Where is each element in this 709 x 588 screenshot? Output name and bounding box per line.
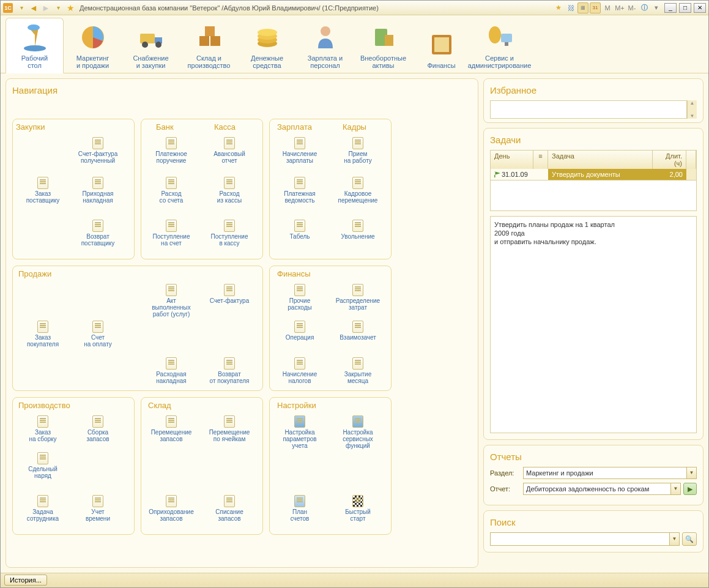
back-button[interactable]: ◄ xyxy=(28,2,39,13)
section-tabs: Рабочий стол Маркетинг и продажи Снабжен… xyxy=(1,15,708,73)
doc-sborka-zap[interactable]: Сборка запасов xyxy=(70,415,125,442)
section-select[interactable]: Маркетинг и продажи▼ xyxy=(523,467,697,479)
doc-schet-faktura-pol[interactable]: Счет-фактура полученный xyxy=(70,137,125,164)
th-dur[interactable]: Длит. (ч) xyxy=(653,151,686,169)
nav-title: Навигация xyxy=(12,85,472,95)
doc-rashod-nakl[interactable]: Расходная накладная xyxy=(144,357,199,384)
doc-raspred-zatrat[interactable]: Распределение затрат xyxy=(330,284,385,311)
doc-nachisl-zp[interactable]: Начисление зарплаты xyxy=(272,137,327,164)
doc-schet-oplata[interactable]: Счет на оплату xyxy=(70,321,125,348)
mem-mplus[interactable]: M+ xyxy=(614,2,625,13)
report-select[interactable]: Дебиторская задолженность по срокам▼ xyxy=(523,483,681,495)
info-icon[interactable]: ⓘ xyxy=(639,2,650,13)
tab-assets[interactable]: Внеоборотные активы xyxy=(354,18,412,73)
task-name: Утвердить документы xyxy=(548,169,653,180)
mem-m[interactable]: M xyxy=(602,2,613,13)
calc-icon[interactable]: ▦ xyxy=(577,2,588,13)
link-icon[interactable]: ⛓ xyxy=(565,2,576,13)
tab-service[interactable]: Сервис и администрирование xyxy=(470,18,529,73)
doc-nastr-param[interactable]: Настройка параметров учета xyxy=(272,415,327,449)
doc-prochie-rash[interactable]: Прочие расходы xyxy=(272,284,327,311)
doc-nachisl-nalog[interactable]: Начисление налогов xyxy=(272,357,327,384)
task-description: Утвердить планы продаж на 1 квартал 2009… xyxy=(490,216,697,433)
content-area: Навигация Закупки Банк Касса Зарплата Ка… xyxy=(1,73,708,573)
doc-postup-kassa[interactable]: Поступление в кассу xyxy=(202,220,257,247)
chevron-down-icon[interactable]: ▼ xyxy=(670,483,680,494)
maximize-button[interactable]: □ xyxy=(679,3,691,13)
fav-icon[interactable]: ★ xyxy=(553,2,564,13)
minimize-button[interactable]: _ xyxy=(664,3,677,13)
tab-warehouse[interactable]: Склад и производство xyxy=(180,18,238,73)
doc-plat-vedom[interactable]: Платежная ведомость xyxy=(272,177,327,204)
doc-perem-zap[interactable]: Перемещение запасов xyxy=(144,415,199,442)
th-day[interactable]: День xyxy=(491,151,533,169)
doc-plan-schetov[interactable]: План счетов xyxy=(272,495,327,522)
doc-rashod-kassa[interactable]: Расход из кассы xyxy=(202,177,257,204)
svg-rect-20 xyxy=(501,34,512,42)
favorites-list[interactable] xyxy=(490,100,687,119)
doc-schet-faktura[interactable]: Счет-фактура xyxy=(202,284,257,304)
tab-money[interactable]: Денежные средства xyxy=(238,18,296,73)
doc-vozvrat-pokup[interactable]: Возврат от покупателя xyxy=(202,357,257,384)
doc-kadr-perem[interactable]: Кадровое перемещение xyxy=(330,177,385,204)
doc-uvolnenie[interactable]: Увольнение xyxy=(330,220,385,240)
doc-plat-poruch[interactable]: Платежное поручение xyxy=(144,137,199,164)
doc-zakaz-pokup[interactable]: Заказ покупателя xyxy=(15,321,70,348)
tab-marketing[interactable]: Маркетинг и продажи xyxy=(64,18,122,73)
doc-spis-zap[interactable]: Списание запасов xyxy=(202,495,257,522)
info-dd[interactable]: ▾ xyxy=(651,2,662,13)
doc-sdel-naryad[interactable]: Сдельный наряд xyxy=(15,452,70,479)
run-report-button[interactable]: ▶ xyxy=(683,483,697,495)
th-sort-icon[interactable]: ≡ xyxy=(533,151,548,169)
chevron-down-icon[interactable]: ▼ xyxy=(669,533,679,545)
dropdown2-icon[interactable]: ▾ xyxy=(53,2,64,13)
calendar-icon[interactable]: 31 xyxy=(590,2,601,13)
doc-zakaz-post[interactable]: Заказ поставщику xyxy=(15,177,70,204)
doc-vozvrat-post[interactable]: Возврат поставщику xyxy=(70,220,125,247)
svg-rect-9 xyxy=(205,26,215,36)
svg-rect-18 xyxy=(434,37,449,52)
close-button[interactable]: ✕ xyxy=(694,3,706,13)
chevron-down-icon[interactable]: ▼ xyxy=(686,467,696,478)
doc-priem-rab[interactable]: Прием на работу xyxy=(330,137,385,164)
forward-button[interactable]: ► xyxy=(40,2,51,13)
titlebar: 1C ▾ ◄ ► ▾ ★ Демонстрационная база компа… xyxy=(1,1,708,15)
tab-salary[interactable]: Зарплата и персонал xyxy=(296,18,354,73)
doc-zakr-mes[interactable]: Закрытие месяца xyxy=(330,357,385,384)
th-task[interactable]: Задача xyxy=(548,151,653,169)
doc-oprih-zap[interactable]: Оприходование запасов xyxy=(144,495,199,522)
favorites-scrollbar[interactable]: ▲▼ xyxy=(687,100,697,119)
task-row-selected[interactable]: 31.01.09 Утвердить документы 2,00 xyxy=(491,169,696,180)
search-button[interactable]: 🔍 xyxy=(682,532,697,546)
reports-title: Отчеты xyxy=(490,452,697,462)
app-logo-icon: 1C xyxy=(3,3,13,13)
favorite-star-icon[interactable]: ★ xyxy=(67,3,75,13)
doc-nastr-serv[interactable]: Настройка сервисных функций xyxy=(330,415,385,449)
reports-panel: Отчеты Раздел: Маркетинг и продажи▼ Отче… xyxy=(483,445,703,505)
doc-bystr-start[interactable]: Быстрый старт xyxy=(330,495,385,522)
dropdown-icon[interactable]: ▾ xyxy=(16,2,27,13)
doc-zadacha-sotr[interactable]: Задача сотрудника xyxy=(15,495,70,522)
doc-prihod-nakl[interactable]: Приходная накладная xyxy=(70,177,125,204)
doc-uchet-vrem[interactable]: Учет времени xyxy=(70,495,125,522)
doc-vzaimozachet[interactable]: Взаимозачет xyxy=(330,321,385,341)
doc-operation[interactable]: Операция xyxy=(272,321,327,341)
group-proizv-title: Производство xyxy=(18,401,70,410)
doc-perem-yach[interactable]: Перемещение по ячейкам xyxy=(202,415,257,442)
mem-mminus[interactable]: M- xyxy=(626,2,637,13)
history-button[interactable]: История... xyxy=(4,575,47,586)
doc-rashod-schet[interactable]: Расход со счета xyxy=(144,177,199,204)
group-zakupki-title: Закупки xyxy=(16,122,45,132)
tasks-title: Задачи xyxy=(490,135,697,145)
tab-supply[interactable]: Снабжение и закупки xyxy=(122,18,180,73)
doc-akt-rabot[interactable]: Акт выполненных работ (услуг) xyxy=(144,284,199,318)
doc-tabel[interactable]: Табель xyxy=(272,220,327,240)
section-label: Раздел: xyxy=(490,469,521,477)
service-icon xyxy=(485,23,514,52)
search-input[interactable]: ▼ xyxy=(490,532,680,546)
doc-postup-schet[interactable]: Поступление на счет xyxy=(144,220,199,247)
doc-avans-otchet[interactable]: Авансовый отчет xyxy=(202,137,257,164)
doc-zakaz-sborka[interactable]: Заказ на сборку xyxy=(15,415,70,442)
tab-finance[interactable]: Финансы xyxy=(412,18,470,73)
tab-desktop[interactable]: Рабочий стол xyxy=(6,18,64,73)
